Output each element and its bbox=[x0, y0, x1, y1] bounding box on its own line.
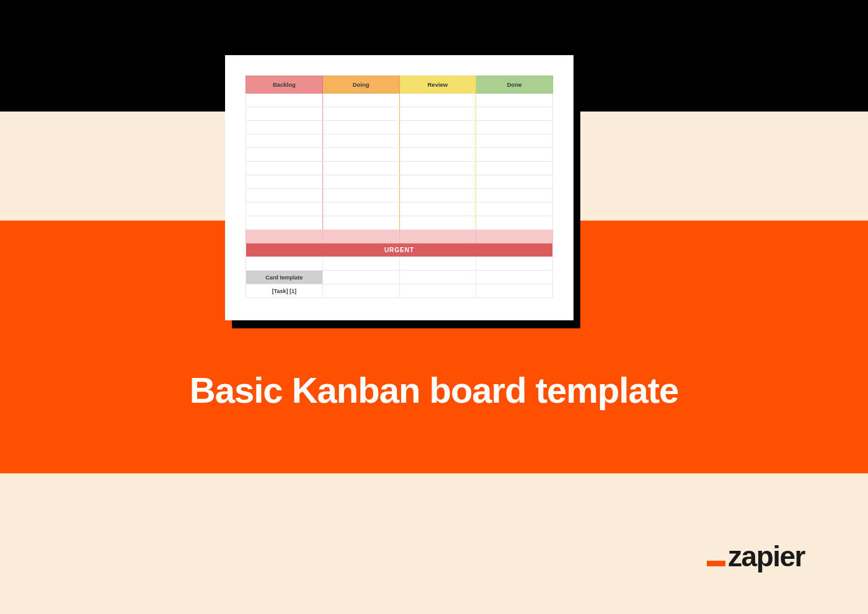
kanban-header-row: Backlog Doing Review Done bbox=[246, 76, 553, 94]
table-cell bbox=[246, 94, 323, 107]
table-cell bbox=[476, 216, 553, 230]
table-cell bbox=[399, 216, 476, 230]
table-cell bbox=[476, 175, 553, 189]
table-row: [Task] [1] bbox=[246, 284, 553, 298]
table-row bbox=[246, 175, 553, 189]
table-row: Card template bbox=[246, 271, 553, 284]
table-row bbox=[246, 203, 553, 216]
table-row bbox=[246, 230, 553, 243]
table-cell bbox=[399, 257, 476, 271]
table-cell bbox=[399, 121, 476, 134]
column-header-review: Review bbox=[399, 76, 476, 94]
table-cell bbox=[476, 284, 553, 298]
table-cell bbox=[246, 148, 323, 162]
table-row bbox=[246, 134, 553, 148]
table-row bbox=[246, 121, 553, 134]
table-cell bbox=[399, 94, 476, 107]
table-cell bbox=[476, 94, 553, 107]
table-cell bbox=[322, 216, 399, 230]
table-row bbox=[246, 216, 553, 230]
table-cell bbox=[322, 284, 399, 298]
table-cell bbox=[476, 162, 553, 175]
table-cell bbox=[399, 230, 476, 243]
table-cell bbox=[399, 284, 476, 298]
table-cell bbox=[476, 148, 553, 162]
column-header-done: Done bbox=[476, 76, 553, 94]
table-row bbox=[246, 189, 553, 203]
table-cell bbox=[476, 134, 553, 148]
table-row bbox=[246, 148, 553, 162]
table-cell bbox=[476, 230, 553, 243]
table-cell bbox=[246, 203, 323, 216]
table-row: URGENT bbox=[246, 243, 553, 257]
zapier-underscore-icon bbox=[707, 561, 725, 566]
zapier-logo: zapier bbox=[707, 540, 805, 573]
table-row bbox=[246, 107, 553, 121]
table-cell bbox=[322, 175, 399, 189]
table-cell bbox=[322, 134, 399, 148]
card-template-label: Card template bbox=[246, 271, 323, 284]
table-cell bbox=[246, 230, 323, 243]
table-cell bbox=[399, 271, 476, 284]
table-cell bbox=[476, 189, 553, 203]
table-cell bbox=[246, 121, 323, 134]
urgent-label: URGENT bbox=[246, 243, 553, 257]
table-cell bbox=[246, 257, 323, 271]
table-cell bbox=[476, 271, 553, 284]
zapier-logo-text: zapier bbox=[728, 540, 805, 573]
table-cell bbox=[322, 230, 399, 243]
table-cell bbox=[322, 271, 399, 284]
table-cell bbox=[399, 189, 476, 203]
table-cell bbox=[322, 189, 399, 203]
table-row bbox=[246, 162, 553, 175]
table-cell bbox=[322, 162, 399, 175]
task-placeholder: [Task] [1] bbox=[246, 284, 323, 298]
template-card: Backlog Doing Review Done URGENTCard tem… bbox=[225, 55, 574, 320]
table-cell bbox=[322, 203, 399, 216]
table-cell bbox=[476, 121, 553, 134]
kanban-board-table: Backlog Doing Review Done URGENTCard tem… bbox=[246, 76, 553, 298]
table-cell bbox=[399, 162, 476, 175]
table-cell bbox=[322, 94, 399, 107]
table-cell bbox=[246, 107, 323, 121]
table-cell bbox=[322, 148, 399, 162]
table-cell bbox=[246, 134, 323, 148]
table-cell bbox=[246, 175, 323, 189]
table-row bbox=[246, 94, 553, 107]
table-cell bbox=[322, 257, 399, 271]
table-cell bbox=[322, 107, 399, 121]
column-header-doing: Doing bbox=[322, 76, 399, 94]
table-cell bbox=[399, 203, 476, 216]
table-cell bbox=[246, 216, 323, 230]
table-cell bbox=[476, 203, 553, 216]
table-cell bbox=[399, 107, 476, 121]
page-title: Basic Kanban board template bbox=[0, 369, 868, 411]
table-cell bbox=[476, 257, 553, 271]
table-row bbox=[246, 257, 553, 271]
table-cell bbox=[399, 134, 476, 148]
table-cell bbox=[399, 148, 476, 162]
column-header-backlog: Backlog bbox=[246, 76, 323, 94]
table-cell bbox=[476, 107, 553, 121]
table-cell bbox=[399, 175, 476, 189]
table-cell bbox=[322, 121, 399, 134]
table-cell bbox=[246, 189, 323, 203]
table-cell bbox=[246, 162, 323, 175]
